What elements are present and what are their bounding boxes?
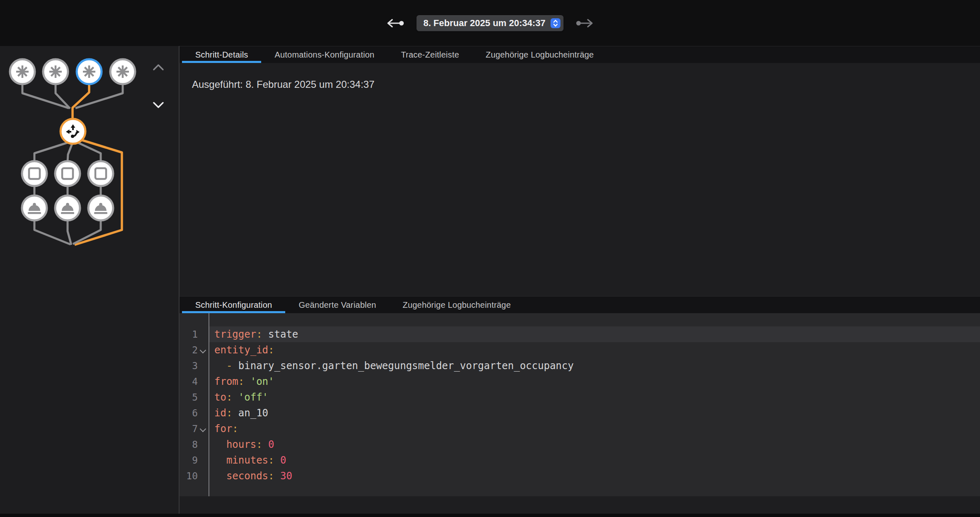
tab-schritt-konfiguration[interactable]: Schritt-Konfiguration — [182, 297, 285, 313]
editor-gutter: 12345678910 — [180, 313, 209, 496]
code-line: seconds: 30 — [209, 468, 980, 484]
node-branch-2-condition[interactable] — [55, 161, 80, 186]
code-line: id: an_10 — [209, 405, 980, 421]
tab-trace-zeitleiste[interactable]: Trace-Zeitleiste — [388, 46, 472, 63]
code-line: - binary_sensor.garten_bewegungsmelder_v… — [209, 358, 980, 374]
node-trigger-1[interactable] — [10, 59, 35, 84]
line-number: 6 — [180, 405, 209, 421]
line-number: 4 — [180, 374, 209, 389]
asterisk-icon — [116, 65, 129, 78]
tab-label: Automations-Konfiguration — [274, 50, 374, 60]
trace-datetime-select[interactable]: 8. Februar 2025 um 20:34:37 — [416, 15, 564, 31]
code-line: minutes: 0 — [209, 452, 980, 468]
tab-schritt-details[interactable]: Schritt-Details — [182, 46, 261, 63]
line-number: 9 — [180, 452, 209, 468]
automation-trace-window: { "colors": { "tab_accent": "#3d9fee", "… — [0, 0, 980, 517]
tab-label: Zugehörige Logbucheinträge — [403, 300, 511, 310]
line-number: 2 — [180, 342, 209, 358]
line-number: 7 — [180, 421, 209, 437]
node-branch-3-condition[interactable] — [88, 161, 113, 186]
node-branch-3-service[interactable] — [88, 196, 113, 220]
ray-arrow-right-icon — [576, 18, 595, 29]
tab-automations-konfiguration[interactable]: Automations-Konfiguration — [261, 46, 388, 63]
scroll-up-button[interactable] — [154, 65, 163, 70]
bottom-divider — [0, 514, 980, 517]
tab-label: Schritt-Konfiguration — [195, 300, 272, 310]
tab-label: Schritt-Details — [195, 50, 248, 60]
code-line: trigger: state — [209, 326, 980, 342]
line-number: 8 — [180, 437, 209, 452]
asterisk-icon — [16, 65, 29, 78]
step-tab-bar: Schritt-DetailsAutomations-Konfiguration… — [180, 46, 980, 63]
node-branch-2-service[interactable] — [55, 196, 80, 220]
node-trigger-2[interactable] — [43, 59, 68, 84]
node-branch-1-condition[interactable] — [22, 161, 47, 186]
yaml-editor[interactable]: 12345678910 trigger: stateentity_id: - b… — [180, 313, 980, 496]
line-number: 3 — [180, 358, 209, 374]
step-details-content: Ausgeführt: 8. Februar 2025 um 20:34:37 — [180, 63, 980, 296]
line-number: 5 — [180, 389, 209, 405]
trace-detail-panel: Schritt-DetailsAutomations-Konfiguration… — [180, 46, 980, 517]
line-number: 10 — [180, 468, 209, 484]
trace-datetime-value: 8. Februar 2025 um 20:34:37 — [423, 18, 546, 29]
tab-label: Geänderte Variablen — [298, 300, 376, 310]
node-trigger-3[interactable] — [77, 59, 102, 84]
node-trigger-4[interactable] — [110, 59, 135, 84]
tab-geaenderte-variablen[interactable]: Geänderte Variablen — [285, 297, 389, 313]
fold-chevron-icon[interactable] — [200, 426, 206, 432]
config-tab-bar: Schritt-KonfigurationGeänderte Variablen… — [180, 296, 980, 313]
fold-chevron-icon[interactable] — [200, 347, 206, 354]
panel-footer — [180, 496, 980, 514]
previous-trace-button[interactable] — [385, 18, 404, 29]
code-line: for: — [209, 421, 980, 437]
tab-zugehoerige-logbucheintraege[interactable]: Zugehörige Logbucheinträge — [472, 46, 607, 63]
code-line: from: 'on' — [209, 374, 980, 389]
line-number: 1 — [180, 326, 209, 342]
trace-graph-panel — [0, 46, 180, 517]
tab-label: Trace-Zeitleiste — [401, 50, 459, 60]
node-choose[interactable] — [61, 119, 85, 144]
code-line: entity_id: — [209, 342, 980, 358]
code-line: to: 'off' — [209, 389, 980, 405]
trace-graph — [0, 46, 179, 270]
next-trace-button[interactable] — [576, 18, 595, 29]
scroll-down-button[interactable] — [154, 103, 163, 107]
executed-timestamp: Ausgeführt: 8. Februar 2025 um 20:34:37 — [192, 79, 980, 90]
asterisk-icon — [49, 65, 62, 78]
select-stepper-icon — [551, 18, 560, 28]
node-branch-1-service[interactable] — [22, 196, 47, 220]
ray-arrow-left-icon — [385, 18, 404, 29]
editor-code: trigger: stateentity_id: - binary_sensor… — [209, 313, 980, 496]
asterisk-icon — [83, 65, 95, 78]
code-line: hours: 0 — [209, 437, 980, 452]
tab-zugehoerige-logbucheintraege-2[interactable]: Zugehörige Logbucheinträge — [389, 297, 524, 313]
tab-label: Zugehörige Logbucheinträge — [485, 50, 594, 60]
trace-top-bar: 8. Februar 2025 um 20:34:37 — [0, 0, 980, 46]
